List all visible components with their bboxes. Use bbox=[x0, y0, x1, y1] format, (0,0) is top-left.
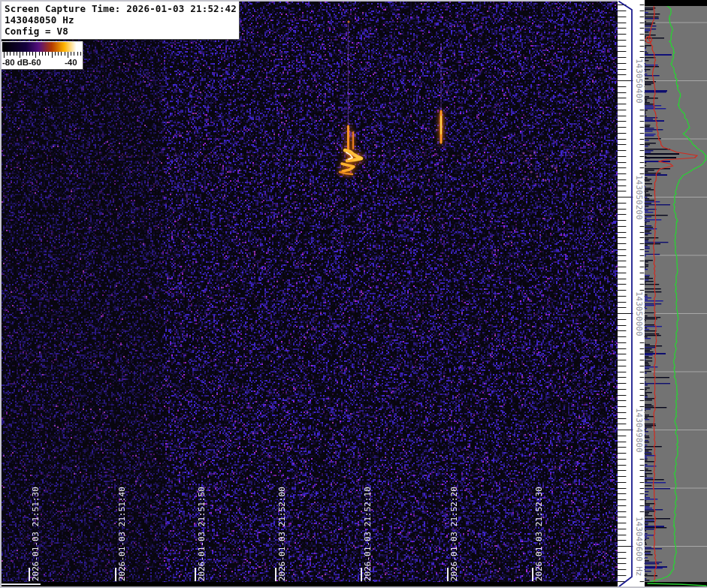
capture-time-text: Screen Capture Time: 2026-01-03 21:52:42… bbox=[5, 3, 236, 14]
colorbar-label: -80 dB bbox=[2, 58, 29, 67]
spectrogram-canvas bbox=[0, 0, 707, 588]
colorbar-gradient bbox=[2, 42, 82, 52]
colorbar-labels: -80 dB-60-40 bbox=[2, 58, 83, 69]
capture-info-box: Screen Capture Time: 2026-01-03 21:52:42… bbox=[2, 2, 240, 40]
colorbar: -80 dB-60-40 bbox=[2, 41, 83, 70]
colorbar-label: -60 bbox=[29, 58, 41, 67]
config-label: Config = V8 bbox=[5, 26, 236, 37]
spectrum-lab-capture: Screen Capture Time: 2026-01-03 21:52:42… bbox=[0, 0, 707, 588]
colorbar-ticks bbox=[2, 52, 82, 58]
frequency-readout: 143048050 Hz bbox=[5, 14, 236, 26]
colorbar-label: -40 bbox=[65, 58, 77, 67]
